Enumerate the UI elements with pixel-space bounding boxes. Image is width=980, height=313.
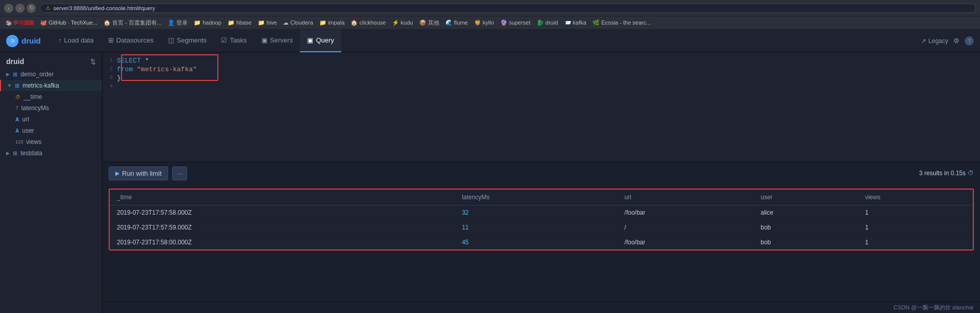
results-count-text: 3 results in 0.15s	[919, 170, 966, 177]
servers-icon: ▣	[261, 36, 268, 44]
cell-url: /	[617, 220, 753, 235]
legacy-icon: ↗	[921, 37, 926, 45]
sidebar-item-label: views	[26, 138, 42, 145]
results-table-body: 2019-07-23T17:57:58.000Z 32 /foo/bar ali…	[110, 205, 973, 249]
cell-time: 2019-07-23T17:58:00.000Z	[110, 235, 455, 249]
code-line-2: 2 from "metrics-kafka"	[103, 65, 980, 74]
forward-button[interactable]: ›	[15, 4, 25, 13]
sidebar-item-user[interactable]: A user	[0, 125, 102, 136]
more-options-button[interactable]: ···	[172, 166, 187, 180]
druid-logo-text: druid	[22, 36, 41, 45]
header-row: _time latencyMs url user views	[110, 190, 973, 205]
address-bar[interactable]: ⚠ server3:8888/unified-console.html#quer…	[40, 4, 976, 13]
tab-segments-label: Segments	[177, 36, 207, 44]
editor-container[interactable]: 1 SELECT * 2 from "metrics-kafka" 3	[103, 52, 980, 162]
sidebar-item-views[interactable]: 123 views	[0, 136, 102, 148]
bookmark-flume[interactable]: 🌊 flume	[444, 19, 469, 27]
cell-time: 2019-07-23T17:57:58.000Z	[110, 205, 455, 220]
cell-latency: 11	[455, 220, 617, 235]
bookmark-ecosia[interactable]: 🌿 Ecosia - the searc...	[591, 19, 652, 27]
query-toolbar: ▶ Run with limit ··· 3 results in 0.15s …	[103, 162, 980, 184]
sidebar-item-label: __time	[24, 93, 42, 100]
table-icon: ⊞	[13, 150, 17, 157]
legacy-button[interactable]: ↗ Legacy	[921, 37, 948, 45]
cell-views: 1	[858, 205, 973, 220]
nav-tabs: ↑ Load data ⊞ Datasources ◫ Segments ☑ T…	[51, 30, 341, 52]
string-icon: A	[15, 117, 19, 122]
bookmark-clickhouse[interactable]: 🏠 clickhouse	[349, 19, 387, 27]
table-icon: ⊞	[13, 71, 17, 78]
results-table-header: _time latencyMs url user views	[110, 190, 973, 205]
bookmark-github[interactable]: 🐙 GitHub · TechXue...	[38, 19, 99, 27]
bookmark-kudu[interactable]: ⚡ kudu	[391, 19, 415, 27]
bookmark-other[interactable]: 📦 其他	[418, 18, 441, 27]
bookmark-superset[interactable]: 🔮 superset	[499, 19, 532, 27]
sidebar-title: druid	[6, 57, 24, 66]
settings-icon[interactable]: ⚙	[953, 37, 959, 45]
code-line-1: 1 SELECT *	[103, 56, 980, 65]
tab-query-label: Query	[316, 36, 334, 44]
results-container[interactable]: _time latencyMs url user views 2019-07-2…	[103, 184, 980, 302]
browser-chrome: ‹ › ↻ ⚠ server3:8888/unified-console.htm…	[0, 0, 980, 16]
bookmark-csdn[interactable]: 📚 学习强国	[4, 19, 35, 27]
col-header-latencyms: latencyMs	[455, 190, 617, 205]
bookmark-baidu[interactable]: 🏠 首页 - 百度集团有...	[102, 18, 163, 27]
bookmark-kafka[interactable]: 📨 kafka	[563, 19, 588, 27]
bookmark-hbase[interactable]: 📁 hbase	[226, 19, 253, 27]
line-number: 3	[103, 74, 117, 80]
query-icon: ▣	[307, 36, 313, 44]
tab-datasources-label: Datasources	[116, 36, 154, 44]
tab-segments[interactable]: ◫ Segments	[161, 30, 214, 52]
measure-icon: ?	[15, 106, 18, 111]
bookmark-cloudera[interactable]: ☁ Cloudera	[281, 19, 315, 27]
run-with-limit-button[interactable]: ▶ Run with limit	[109, 166, 168, 180]
sidebar-item-metrics-kafka[interactable]: ▼ ⊞ metrics-kafka	[0, 80, 102, 91]
help-icon[interactable]: ?	[965, 36, 974, 46]
play-icon: ▶	[115, 170, 119, 177]
chevron-right-icon: ▶	[6, 72, 10, 77]
cell-url: /foo/bar	[617, 205, 753, 220]
col-header-views: views	[858, 190, 973, 205]
results-info: 3 results in 0.15s ⏱	[919, 170, 974, 177]
results-table-wrapper: _time latencyMs url user views 2019-07-2…	[109, 189, 974, 251]
table-row: 2019-07-23T17:57:58.000Z 32 /foo/bar ali…	[110, 205, 973, 220]
sidebar-item-time[interactable]: ⏱ __time	[0, 91, 102, 102]
line-content: SELECT *	[117, 57, 149, 65]
back-button[interactable]: ‹	[4, 4, 13, 13]
cell-user: bob	[753, 220, 858, 235]
security-warning-icon: ⚠	[46, 5, 50, 11]
segments-icon: ◫	[168, 36, 174, 44]
tab-query[interactable]: ▣ Query	[300, 30, 341, 52]
tab-datasources[interactable]: ⊞ Datasources	[101, 30, 161, 52]
sidebar-item-latencyms[interactable]: ? latencyMs	[0, 102, 102, 114]
footer-text: CSDN @一飘一飘的饮 alanchar	[893, 304, 974, 310]
tab-servers[interactable]: ▣ Servers	[254, 30, 300, 52]
bookmark-impala[interactable]: 📁 impala	[318, 19, 346, 27]
refresh-button[interactable]: ↻	[27, 4, 36, 13]
bookmark-login[interactable]: 👤 登录	[166, 18, 189, 27]
sidebar-item-demo-order[interactable]: ▶ ⊞ demo_order	[0, 69, 102, 80]
bookmark-druid[interactable]: 🐉 druid	[535, 19, 560, 27]
bookmark-kylin[interactable]: 🦁 kylin	[473, 19, 496, 27]
bookmark-hive[interactable]: 📁 hive	[256, 19, 278, 27]
tasks-icon: ☑	[221, 36, 227, 44]
chevron-right-icon: ▶	[6, 151, 10, 156]
sidebar-sort-icon[interactable]: ⇅	[90, 58, 96, 66]
tab-load-data[interactable]: ↑ Load data	[51, 30, 101, 52]
table-row: 2019-07-23T17:57:59.000Z 11 / bob 1	[110, 220, 973, 235]
cell-url: /foo/bar	[617, 235, 753, 249]
results-table: _time latencyMs url user views 2019-07-2…	[110, 190, 973, 249]
cell-latency: 45	[455, 235, 617, 249]
tab-tasks[interactable]: ☑ Tasks	[214, 30, 254, 52]
sidebar-item-testdata[interactable]: ▶ ⊞ testdata	[0, 148, 102, 159]
browser-nav-buttons: ‹ › ↻	[4, 4, 36, 13]
line-content: }	[117, 74, 121, 82]
legacy-label: Legacy	[928, 37, 948, 45]
run-button-label: Run with limit	[122, 170, 161, 177]
sidebar-item-label: url	[22, 116, 29, 123]
line-number: 1	[103, 57, 117, 63]
bookmark-hadoop[interactable]: 📁 hadoop	[192, 19, 223, 27]
code-editor[interactable]: 1 SELECT * 2 from "metrics-kafka" 3	[103, 52, 980, 162]
cell-user: alice	[753, 205, 858, 220]
sidebar-item-url[interactable]: A url	[0, 114, 102, 125]
